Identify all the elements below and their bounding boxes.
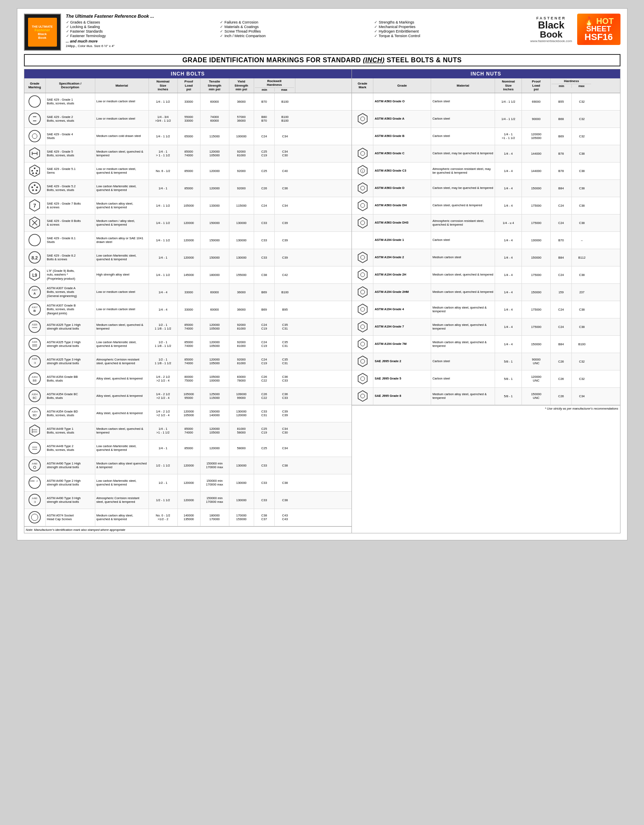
bolt-spec: ASTM A325 Type 1 Highstrength structural… bbox=[46, 318, 95, 335]
bolt-rockwell: C33 C39 bbox=[254, 249, 295, 266]
bolt-tensile: 105000100000 bbox=[201, 370, 229, 387]
svg-point-19 bbox=[36, 186, 38, 188]
bolt-rock-max: C35C31 bbox=[275, 318, 295, 335]
bolt-proof: 140000135000 bbox=[178, 509, 201, 526]
bolt-rock-min: C33 bbox=[254, 474, 275, 491]
bolt-spec: SAE 429 - Grade 5.1Sems bbox=[46, 163, 95, 179]
nut-size: 1/4 - 4 bbox=[495, 197, 522, 214]
bolt-table-row: SAE 429 - Grade 5Bolts, screws, studs Me… bbox=[24, 145, 352, 163]
nut-grade: SAE J995 Grade 8 bbox=[373, 388, 431, 405]
nut-proof: 90000UNC bbox=[522, 353, 551, 370]
nut-hard-min: C26 bbox=[551, 353, 572, 370]
nut-material: Carbon steel bbox=[431, 370, 495, 387]
bolt-spec: SAE 429 - Grade 2Bolts, screws, studs bbox=[46, 111, 95, 127]
bolt-table-row: A354BB ASTM A354 Grade BBBolts, studs Al… bbox=[24, 370, 352, 388]
nut-hardness: C24 C38 bbox=[551, 214, 592, 231]
bolt-table-row: A325 ASTM A325 Type 1 Highstrength struc… bbox=[24, 318, 352, 336]
bolt-table-row: 8.2 SAE 429 - Grade 8.2Bolts & screws Lo… bbox=[24, 249, 352, 266]
nut-hard-max: C32 bbox=[572, 93, 592, 110]
svg-text:③: ③ bbox=[34, 362, 36, 364]
bolt-grade-icon bbox=[24, 214, 46, 231]
bolt-spec: SAE 429 - Grade 5Bolts, screws, studs bbox=[46, 145, 95, 162]
svg-marker-102 bbox=[358, 373, 367, 384]
bolt-spec: SAE 429 - Grade 5.2Bolts, screws, studs bbox=[46, 180, 95, 197]
bolt-rockwell: C26C22 C36C33 bbox=[254, 370, 295, 387]
bolt-rock-min: C33 bbox=[254, 492, 275, 509]
bolt-spec: SAE 429 - Grade 7 Bolts& screws bbox=[46, 197, 95, 214]
bolt-table-row: ASTM A449 Type 1Bolts, screws, studs Med… bbox=[24, 422, 352, 440]
nut-table-row: ASTM A194 Grade 1 Carbon steel 1/4 - 4 1… bbox=[352, 232, 620, 249]
nut-table-row: ASTM A563 Grade A Carbon steel 1/4 - 1 1… bbox=[352, 111, 620, 128]
bolt-material: High strength alloy steel bbox=[95, 266, 149, 283]
nut-hard-min: C24 bbox=[551, 318, 572, 335]
nut-hard-min: B55 bbox=[551, 93, 572, 110]
svg-marker-86 bbox=[358, 217, 367, 228]
bolt-tensile: 133000 bbox=[201, 197, 229, 214]
bolt-rock-min: C33 bbox=[254, 232, 275, 249]
nut-hard-min: C24 bbox=[551, 214, 572, 231]
bolt-size: 1/4 - 2 1/2>2 1/2 - 4 bbox=[149, 388, 178, 405]
bolt-size: No. 0 - 1/2>1/2 - 2 bbox=[149, 509, 178, 526]
bolt-tensile: 120000105000 bbox=[201, 422, 229, 439]
tables-container: INCH BOLTS GradeMarking Specification /D… bbox=[24, 69, 620, 533]
nut-hardness: C24 C38 bbox=[551, 266, 592, 283]
nut-grade-icon bbox=[352, 370, 373, 387]
nut-material: Atmospheric corrosion resistant steel, m… bbox=[431, 163, 495, 179]
book-label: Book bbox=[540, 30, 563, 39]
nut-hard-max: B112 bbox=[572, 249, 592, 266]
nut-hard-min: B78 bbox=[551, 145, 572, 162]
nut-grade-icon bbox=[352, 284, 373, 301]
nut-hardness: B78 C38 bbox=[551, 145, 592, 162]
bullet-11: Inch / Metric Comparison bbox=[220, 34, 371, 38]
bolt-rock-max: B100 bbox=[275, 93, 295, 110]
bolt-col-yield: YieldStrengthmin psi bbox=[229, 78, 254, 93]
bolt-yield: 92000 bbox=[229, 180, 254, 197]
bolt-grade-icon bbox=[24, 440, 46, 457]
svg-point-21 bbox=[35, 189, 37, 191]
svg-text:A490: A490 bbox=[32, 497, 38, 500]
bolt-rock-min: B69 bbox=[254, 284, 275, 301]
svg-point-99 bbox=[361, 342, 365, 346]
svg-marker-98 bbox=[358, 339, 367, 349]
bolt-spec: ASTM A307 Grade ABolts, screws, studs(Ge… bbox=[46, 284, 95, 301]
bolt-yield: 36000 bbox=[229, 93, 254, 110]
bolt-col-tensile: TensileStrengthmin psi bbox=[201, 78, 229, 93]
bolt-spec: ASTM A490 Type 1 Highstrength structural… bbox=[46, 457, 95, 474]
bolts-section-header: INCH BOLTS bbox=[24, 69, 352, 78]
bullet-10: Fastener Terminology bbox=[66, 34, 217, 38]
bolt-rock-max: C36 bbox=[275, 180, 295, 197]
nut-material: Carbon steel, may be quenched & tempered bbox=[431, 180, 495, 197]
bolt-yield: 9200081000 bbox=[229, 145, 254, 162]
bolt-proof: 8500074000 bbox=[178, 318, 201, 335]
nut-hard-min: B68 bbox=[551, 111, 572, 127]
bolt-rockwell: B69 B100 bbox=[254, 284, 295, 301]
nut-hardness: 159 237 bbox=[551, 284, 592, 301]
black-label: Black bbox=[538, 20, 564, 30]
svg-marker-57 bbox=[30, 425, 40, 436]
svg-text:A325: A325 bbox=[32, 358, 38, 360]
bolt-spec: SAE 429 - Grade 8 Bolts& screws bbox=[46, 214, 95, 231]
bolt-table-row: SAE 429 - Grade 5.1Sems Low or medium ca… bbox=[24, 163, 352, 180]
feature-bullets: Grades & Classes Failures & Corrosion St… bbox=[66, 20, 526, 38]
bolt-tensile: 150000 bbox=[201, 249, 229, 266]
nut-proof: 69000 bbox=[522, 93, 551, 110]
nut-grade: ASTM A194 Grade 2HM bbox=[373, 284, 431, 301]
svg-point-97 bbox=[361, 325, 365, 329]
nut-size: 1/4 - 4 bbox=[495, 163, 522, 179]
nut-hard-min: B84 bbox=[551, 336, 572, 353]
bolt-yield: 36000 bbox=[229, 284, 254, 301]
bolt-spec: ASTM A354 Grade BCBolts, studs bbox=[46, 388, 95, 405]
bolt-size: 1/4 - 1 1/2 bbox=[149, 232, 178, 249]
bolt-size: 1/4 - 1 1/2 bbox=[149, 214, 178, 231]
bullet-12: Torque & Tension Control bbox=[374, 34, 525, 38]
bolt-yield: 155000 bbox=[229, 266, 254, 283]
bolt-material: Low carbon Martensitic steel, quenched &… bbox=[95, 440, 149, 457]
nut-hard-min: C24 bbox=[551, 266, 572, 283]
bolt-table-row: SAE 429 - Grade 2Bolts, screws, studs Lo… bbox=[24, 111, 352, 128]
nut-grade-icon bbox=[352, 145, 373, 162]
bolt-rock-max: C39 bbox=[275, 214, 295, 231]
svg-point-89 bbox=[361, 255, 365, 259]
svg-point-5 bbox=[32, 134, 37, 139]
bolt-table-row: A490 ASTM A490 Type 1 Highstrength struc… bbox=[24, 457, 352, 474]
nut-grade-icon bbox=[352, 249, 373, 266]
